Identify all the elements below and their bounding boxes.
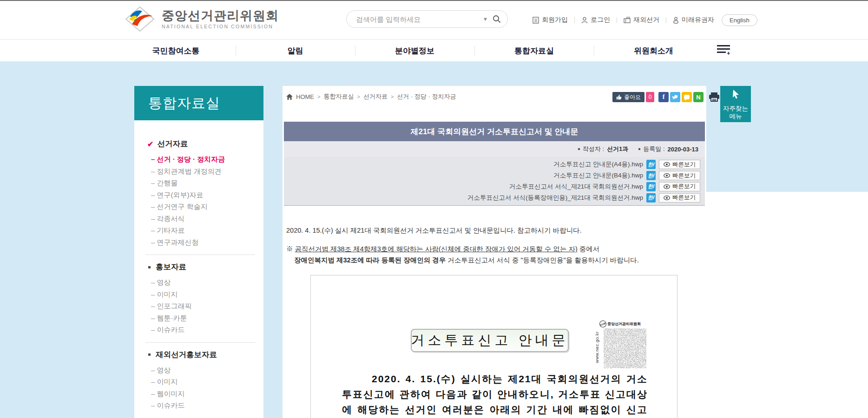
sidebar-section-election-data[interactable]: ✔ 선거자료 [147, 139, 263, 149]
qr-stamp: KOR 중앙선거관리위원회 www.nec.go.kr [594, 320, 648, 371]
eye-icon [664, 184, 670, 189]
nav-item-archive[interactable]: 통합자료실 [474, 39, 594, 62]
like-button[interactable]: 좋아요 [612, 92, 644, 102]
twitter-icon[interactable] [670, 92, 680, 102]
breadcrumb-election-data[interactable]: 선거자료 [363, 92, 388, 101]
frequent-menu-button[interactable]: 자주찾는메뉴 [720, 86, 751, 122]
cursor-icon [731, 90, 740, 100]
breadcrumb: HOME > 통합자료실 > 선거자료 > 선거 · 정당 · 정치자금 [286, 92, 456, 101]
breadcrumb-home[interactable]: HOME [296, 93, 314, 100]
preview-title-box: 거소투표신고 안내문 [411, 329, 569, 352]
signup-link[interactable]: 회원가입 [533, 16, 568, 24]
nav-item-notice[interactable]: 알림 [236, 39, 355, 62]
preview-body-text: 2020. 4. 15.(수) 실시하는 제21대 국회의원선거의 거소투표신고… [342, 371, 648, 418]
post-note-line2: 장애인복지법 제32조에 따라 등록된 장애인의 경우 거소투표신고서 서식 중… [294, 256, 639, 265]
date-value: 2020-03-13 [668, 146, 699, 153]
attachment-list: 거소투표신고 안내문(A4용).hwp 한/ 빠른보기 거소투표신고 안내문(B… [284, 157, 705, 206]
qr-org-label: 중앙선거관리위원회 [607, 321, 641, 327]
eye-icon [664, 173, 670, 178]
hwp-file-icon[interactable]: 한/ [646, 160, 656, 169]
attachment-filename[interactable]: 거소투표신고서 서식_제21대 국회의원선거.hwp [509, 183, 643, 191]
nec-bird-logo-icon [125, 6, 155, 33]
post-note-line1: ※ 공직선거법 제38조 제4항제3호에 해당하는 사람(신체에 중대한 장애가… [286, 245, 599, 254]
overseas-election-link[interactable]: 재외선거 [624, 16, 659, 24]
sidebar-item-ov-webimage[interactable]: 웹이미지 [147, 388, 263, 400]
quick-view-button[interactable]: 빠른보기 [659, 171, 700, 180]
ballot-box-icon [624, 17, 631, 23]
kakao-icon[interactable] [682, 92, 692, 102]
facebook-icon[interactable]: f [658, 92, 669, 102]
sidebar-section-promo[interactable]: 홍보자료 [147, 262, 263, 272]
author-value: 선거1과 [607, 145, 628, 153]
english-button[interactable]: English [722, 14, 757, 26]
sidebar-item-etc[interactable]: 기타자료 [147, 224, 263, 236]
site-subtitle: NATIONAL ELECTION COMMISSION [162, 24, 279, 29]
sidebar-item-ov-issuecard[interactable]: 이슈카드 [147, 399, 263, 411]
sidebar-item-ov-video[interactable]: 영상 [147, 364, 263, 376]
breadcrumb-archive[interactable]: 통합자료실 [323, 92, 354, 101]
sidebar-item-publications[interactable]: 간행물 [147, 177, 263, 189]
hwp-file-icon[interactable]: 한/ [646, 182, 656, 191]
like-count-badge: 0 [646, 92, 654, 102]
utility-links: 회원가입 로그인 재외선거 미래유권자 English [533, 14, 757, 26]
site-title: 중앙선거관리위원회 [162, 9, 279, 23]
sidebar-item-webtoon[interactable]: 웹툰·카툰 [147, 312, 263, 324]
author-label: 작성자 : [583, 145, 604, 153]
sidebar-item-law-opinion[interactable]: 정치관계법 개정의견 [147, 165, 263, 177]
quick-view-button[interactable]: 빠른보기 [659, 160, 700, 169]
check-icon: ✔ [147, 140, 153, 149]
qr-url-label: www.nec.go.kr [594, 331, 599, 363]
naver-icon[interactable]: N [693, 92, 704, 102]
quick-view-button[interactable]: 빠른보기 [659, 193, 700, 202]
all-menu-icon[interactable]: + [717, 45, 732, 55]
square-bullet-icon [148, 353, 151, 356]
date-label: 등록일 : [643, 145, 664, 153]
page: 중앙선거관리위원회 NATIONAL ELECTION COMMISSION ▼… [0, 0, 868, 418]
attachment-row: 거소투표신고 안내문(A4용).hwp 한/ 빠른보기 [284, 160, 700, 170]
breadcrumb-current[interactable]: 선거 · 정당 · 정치자금 [397, 92, 456, 101]
attachment-row: 거소투표신고서 서식(등록장애인용)_제21대 국회의원선거.hwp 한/ 빠른… [284, 193, 700, 202]
sidebar-item-election-party-funds[interactable]: 선거 · 정당 · 정치자금 [147, 153, 263, 165]
hwp-file-icon[interactable]: 한/ [646, 193, 656, 202]
sidebar-menu: ✔ 선거자료 선거 · 정당 · 정치자금 정치관계법 개정의견 간행물 연구(… [134, 120, 263, 418]
sidebar-item-infographic[interactable]: 인포그래픽 [147, 300, 263, 312]
kor-seal-icon: KOR [598, 320, 607, 328]
sidebar-item-research-apply[interactable]: 연구과제신청 [147, 236, 263, 248]
share-bar: 좋아요 0 f N [612, 92, 720, 102]
future-voter-icon [673, 17, 679, 24]
attachment-filename[interactable]: 거소투표신고 안내문(B4용).hwp [553, 171, 643, 180]
eye-icon [664, 162, 670, 167]
print-icon[interactable] [709, 92, 720, 102]
square-bullet-icon [148, 266, 151, 268]
sidebar-item-external-research[interactable]: 연구(외부)자료 [147, 189, 263, 201]
attachment-filename[interactable]: 거소투표신고서 서식(등록장애인용)_제21대 국회의원선거.hwp [467, 194, 643, 202]
attachment-row: 거소투표신고 안내문(B4용).hwp 한/ 빠른보기 [284, 171, 700, 181]
sidebar-item-forms[interactable]: 각종서식 [147, 213, 263, 225]
search-box: ▼ [346, 10, 508, 28]
search-input[interactable] [347, 15, 481, 23]
search-scope-dropdown-icon[interactable]: ▼ [481, 16, 493, 22]
main-nav: 국민참여소통 알림 분야별정보 통합자료실 위원회소개 [0, 39, 868, 61]
search-icon[interactable] [493, 15, 507, 23]
sidebar-item-promo-video[interactable]: 영상 [147, 276, 263, 288]
sidebar-item-journal[interactable]: 선거연구 학술지 [147, 201, 263, 213]
nec-logo[interactable]: 중앙선거관리위원회 NATIONAL ELECTION COMMISSION [125, 6, 279, 33]
sidebar-item-promo-image[interactable]: 이미지 [147, 288, 263, 300]
sidebar-section-overseas-promo[interactable]: 재외선거홍보자료 [147, 350, 263, 360]
sidebar-item-ov-image[interactable]: 이미지 [147, 376, 263, 388]
nav-item-participation[interactable]: 국민참여소통 [116, 39, 236, 62]
signup-icon [533, 17, 539, 24]
quick-view-button[interactable]: 빠른보기 [659, 182, 700, 191]
attachment-row: 거소투표신고서 서식_제21대 국회의원선거.hwp 한/ 빠른보기 [284, 182, 700, 192]
home-icon[interactable] [286, 94, 293, 100]
post-body-text: 2020. 4. 15.(수) 실시 제21대 국회의원선거 거소투표신고서 및… [286, 226, 582, 235]
eye-icon [664, 196, 670, 200]
nav-item-about[interactable]: 위원회소개 [594, 39, 713, 62]
sidebar-item-issue-card[interactable]: 이슈카드 [147, 324, 263, 336]
future-voter-link[interactable]: 미래유권자 [673, 16, 714, 24]
attachment-filename[interactable]: 거소투표신고 안내문(A4용).hwp [553, 160, 643, 169]
hwp-file-icon[interactable]: 한/ [646, 171, 656, 180]
login-link[interactable]: 로그인 [581, 16, 610, 24]
qr-code-icon [604, 328, 646, 368]
nav-item-info-by-field[interactable]: 분야별정보 [355, 39, 474, 62]
